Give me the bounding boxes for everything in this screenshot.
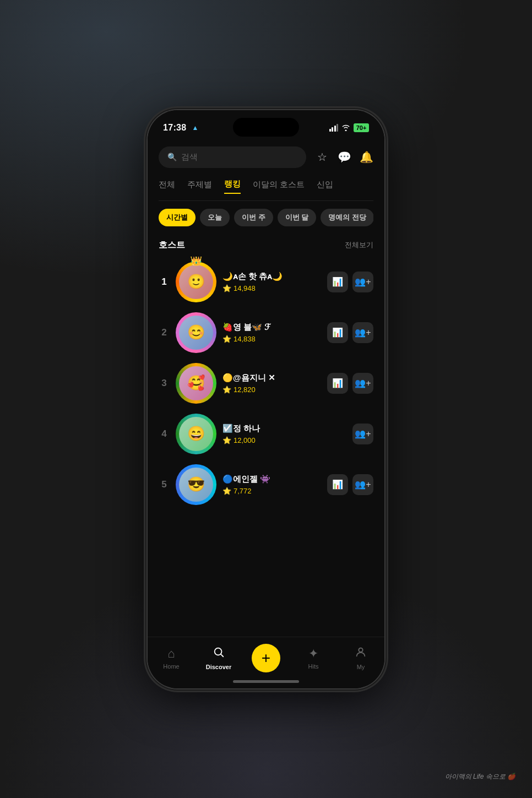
star-icon-3: ⭐ (222, 386, 231, 394)
user-name-5: 🔵에인젤 👾 (222, 474, 319, 485)
bell-icon[interactable]: 🔔 (359, 150, 373, 164)
search-icon: 🔍 (167, 153, 177, 161)
ranking-list: 1 👑 🙂 🌙ᴀ손 핫 츄ᴀ🌙 ⭐ 14,948 (159, 257, 373, 637)
nav-hits[interactable]: ✦ Hits (297, 647, 330, 670)
filter-row: 시간별 오늘 이번 주 이번 달 명예의 전당 (159, 201, 373, 232)
rank-number-3: 3 (159, 378, 170, 389)
battery-icon: 70+ (354, 123, 369, 132)
nav-my[interactable]: My (344, 646, 377, 670)
phone-frame: 17:38 ▲ 70+ (148, 110, 384, 688)
my-icon (355, 646, 367, 661)
add-user-button-5[interactable]: 👥+ (352, 474, 373, 495)
nav-discover-label: Discover (206, 664, 231, 670)
svg-point-1 (359, 648, 362, 652)
nav-home[interactable]: ⌂ Home (155, 647, 188, 670)
user-score-2: ⭐ 14,838 (222, 335, 319, 343)
user-score-3: ⭐ 12,820 (222, 386, 319, 394)
action-buttons-4: 👥+ (352, 424, 373, 444)
user-name-2: 🍓영 블🦋 ℱ (222, 322, 319, 333)
section-title: 호스트 (159, 240, 185, 251)
user-score-5: ⭐ 7,772 (222, 487, 319, 495)
user-info-4: ☑️정 하나 ⭐ 12,000 (222, 424, 345, 444)
ranking-item-4: 4 😄 ☑️정 하나 ⭐ 12,000 (159, 409, 373, 459)
avatar-2[interactable]: 😊 (177, 314, 215, 351)
star-icon-5: ⭐ (222, 487, 231, 495)
avatar-1[interactable]: 👑 🙂 (177, 263, 215, 301)
dynamic-island (233, 118, 299, 137)
status-time: 17:38 (163, 123, 186, 133)
header-icons: ☆ 💬 🔔 (315, 150, 373, 164)
avatar-img-2: 😊 (179, 316, 213, 350)
chart-button-5[interactable]: 📊 (327, 474, 348, 495)
ranking-item-1: 1 👑 🙂 🌙ᴀ손 핫 츄ᴀ🌙 ⭐ 14,948 (159, 257, 373, 307)
avatar-img-3: 🥰 (179, 366, 213, 400)
user-info-1: 🌙ᴀ손 핫 츄ᴀ🌙 ⭐ 14,948 (222, 272, 319, 292)
avatar-img-1: 🙂 (179, 265, 213, 299)
star-icon-4: ⭐ (222, 436, 231, 444)
star-icon[interactable]: ☆ (315, 150, 329, 164)
wifi-icon (341, 124, 350, 131)
section-more[interactable]: 전체보기 (345, 240, 373, 250)
rank-number-2: 2 (159, 327, 170, 338)
avatar-img-5: 😎 (179, 468, 213, 502)
discover-icon (213, 646, 225, 661)
user-info-2: 🍓영 블🦋 ℱ ⭐ 14,838 (222, 322, 319, 343)
rank-number-5: 5 (159, 479, 170, 490)
action-buttons-1: 📊 👥+ (327, 272, 373, 292)
crown-badge-1: 👑 (190, 257, 202, 267)
star-icon-2: ⭐ (222, 335, 231, 343)
tab-ranking[interactable]: 랭킹 (224, 179, 241, 194)
bottom-nav: ⌂ Home Discover + ✦ Hits (148, 637, 384, 677)
status-right: 70+ (329, 123, 370, 132)
chart-button-3[interactable]: 📊 (327, 373, 348, 394)
filter-hall-of-fame[interactable]: 명예의 전당 (321, 209, 373, 226)
action-buttons-3: 📊 👥+ (327, 373, 373, 394)
user-name-4: ☑️정 하나 (222, 424, 345, 434)
user-score-4: ⭐ 12,000 (222, 436, 345, 444)
chart-button-2[interactable]: 📊 (327, 322, 348, 343)
phone-screen: 17:38 ▲ 70+ (148, 110, 384, 688)
section-header: 호스트 전체보기 (159, 232, 373, 257)
avatar-img-4: 😄 (179, 417, 213, 451)
ranking-item-3: 3 🥰 🟡@욤지니 ✕ ⭐ 12,820 (159, 358, 373, 409)
avatar-5[interactable]: 😎 (177, 466, 215, 503)
add-user-button-4[interactable]: 👥+ (352, 424, 373, 444)
filter-today[interactable]: 오늘 (200, 209, 230, 226)
ranking-item-5: 5 😎 🔵에인젤 👾 ⭐ 7,772 (159, 459, 373, 510)
tab-topic[interactable]: 주제별 (187, 180, 212, 193)
search-placeholder: 검색 (181, 152, 198, 162)
search-row: 🔍 검색 ☆ 💬 🔔 (159, 141, 373, 175)
search-bar[interactable]: 🔍 검색 (159, 146, 306, 168)
action-buttons-2: 📊 👥+ (327, 322, 373, 343)
watermark: 아이맥의 Life 속으로 🍎 (445, 772, 515, 781)
tab-host-month[interactable]: 이달의 호스트 (253, 180, 305, 193)
signal-icon (329, 124, 339, 132)
add-user-button-1[interactable]: 👥+ (352, 272, 373, 292)
filter-this-week[interactable]: 이번 주 (234, 209, 273, 226)
tab-row: 전체 주제별 랭킹 이달의 호스트 신입 (159, 175, 373, 201)
user-name-1: 🌙ᴀ손 핫 츄ᴀ🌙 (222, 272, 319, 282)
app-content: 🔍 검색 ☆ 💬 🔔 전체 주제별 랭킹 이달의 호스트 신입 시간별 (148, 141, 384, 637)
hits-icon: ✦ (308, 647, 318, 661)
chart-button-1[interactable]: 📊 (327, 272, 348, 292)
filter-hourly[interactable]: 시간별 (159, 209, 196, 226)
nav-create[interactable]: + (249, 644, 283, 672)
tab-new[interactable]: 신입 (317, 180, 333, 193)
rank-number-1: 1 (159, 276, 170, 287)
create-button[interactable]: + (252, 644, 280, 672)
chat-icon[interactable]: 💬 (337, 150, 351, 164)
avatar-3[interactable]: 🥰 (177, 365, 215, 402)
navigation-icon: ▲ (192, 124, 198, 132)
nav-discover[interactable]: Discover (202, 646, 235, 670)
add-user-button-3[interactable]: 👥+ (352, 373, 373, 394)
ranking-item-2: 2 😊 🍓영 블🦋 ℱ ⭐ 14,838 (159, 307, 373, 358)
avatar-4[interactable]: 😄 (177, 415, 215, 453)
filter-this-month[interactable]: 이번 달 (278, 209, 317, 226)
user-name-3: 🟡@욤지니 ✕ (222, 373, 319, 383)
user-score-1: ⭐ 14,948 (222, 284, 319, 292)
add-user-button-2[interactable]: 👥+ (352, 322, 373, 343)
rank-number-4: 4 (159, 428, 170, 439)
nav-hits-label: Hits (308, 663, 319, 670)
home-icon: ⌂ (167, 647, 175, 661)
tab-all[interactable]: 전체 (159, 180, 175, 193)
